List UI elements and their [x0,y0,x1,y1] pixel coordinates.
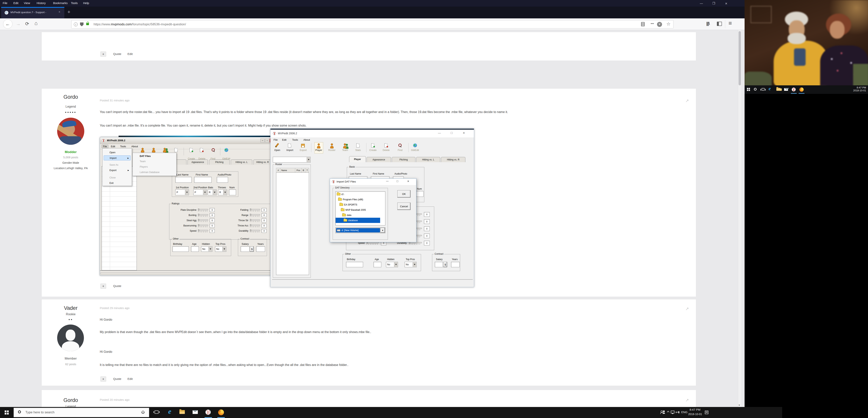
scrollbar-thumb[interactable] [739,31,741,85]
appA-player-icon[interactable] [141,148,145,152]
quote-link[interactable]: Quote [113,377,121,381]
appB-menu-edit[interactable]: Edit [282,138,286,141]
dat-directory-tree[interactable]: d:\ Program Files (x86) EA SPORTS MVP Ba… [335,191,385,225]
appA-hidden-combo[interactable]: No [201,246,212,252]
appB-tab-hitting-l[interactable]: Hitting vs. L [416,157,440,162]
slider[interactable] [198,214,208,217]
appB-open-icon[interactable] [275,143,279,148]
appB-salary-dollar-button[interactable]: $ [443,262,447,267]
appA-tab-hitting-r[interactable]: Hitting vs. R [253,160,272,165]
appA-minimize-button[interactable]: – [260,139,265,142]
drive-combo-dropdown-icon[interactable]: ▼ [380,228,385,233]
slider[interactable] [198,209,208,211]
appA-menu-open[interactable]: Open [104,150,131,155]
appB-create-icon[interactable] [371,143,374,147]
appB-export-label[interactable]: Export [300,149,307,151]
tray-show-hidden-icon[interactable] [667,411,669,413]
bookmark-star-icon[interactable]: ☆ [666,21,671,27]
appA-salary-dollar-button[interactable]: $ [250,246,254,252]
appA-team-icon[interactable] [163,148,166,152]
appB-stats-label[interactable]: Stats [355,149,361,151]
dialog-close-button[interactable]: × [405,179,412,184]
appA-maximize-button[interactable]: ▫ [265,139,269,142]
appA-num-field[interactable] [229,189,236,195]
appA-menu-edit[interactable]: Edit [111,145,115,148]
tray-network-icon[interactable] [671,411,675,413]
window-restore-button[interactable]: ❐ [710,1,718,6]
appA-tab-appearance[interactable]: Appearance [188,160,208,165]
appB-stats-icon[interactable] [356,143,360,147]
drive-combo[interactable]: d: [New Volume] ▼ [335,228,385,233]
microphone-icon[interactable] [141,411,144,415]
appA-menu-about[interactable]: About [131,145,138,148]
start-button[interactable] [0,407,13,418]
appA-bats-combo[interactable]: R [208,189,217,195]
mon2-file-explorer-icon[interactable] [776,88,780,91]
appA-audio-field[interactable] [217,177,228,183]
mon2-mvpedit-icon[interactable] [792,88,796,92]
pocket-icon[interactable]: v [657,22,662,27]
appA-birthday-field[interactable] [173,246,189,252]
appA-toppros-combo[interactable]: No [215,246,226,252]
appA-submenu-players[interactable]: Players [134,164,175,169]
appB-minimize-button[interactable]: — [435,131,444,136]
appB-player-label[interactable]: Player [315,149,322,151]
mon2-cortana-icon[interactable] [754,88,756,91]
appB-hidden-combo[interactable]: No [386,262,398,267]
taskbar-search-box[interactable]: Type here to search [13,408,149,417]
menu-edit[interactable]: Edit [13,1,19,5]
appB-export-icon[interactable] [301,144,305,147]
edit-link[interactable]: Edit [127,377,133,381]
appB-tab-player[interactable]: Player [349,156,366,162]
mon2-task-view-button[interactable] [762,88,765,91]
appA-menu-import[interactable]: Import▶ [104,155,131,161]
window-close-button[interactable]: × [722,1,731,6]
appA-create-icon[interactable] [189,148,193,152]
appA-age-field[interactable] [191,246,199,252]
avatar[interactable] [57,118,84,145]
slider[interactable] [198,219,208,222]
tab-close-icon[interactable]: × [59,10,60,14]
appB-find-label[interactable]: Find [398,149,402,151]
taskbar-mail-icon[interactable] [193,410,198,414]
appB-player-icon[interactable] [317,143,321,148]
appA-menu-saveas[interactable]: Save As [104,162,131,167]
window-minimize-button[interactable]: — [697,1,706,6]
menu-history[interactable]: History [37,1,46,5]
mon2-mail-icon[interactable] [784,88,788,91]
appB-tab-pitching[interactable]: Pitching [392,157,415,162]
sidebar-icon[interactable] [717,22,722,26]
appA-stats-icon[interactable] [175,148,178,152]
appA-lastname-field[interactable] [175,177,192,183]
appB-years-field[interactable] [451,262,460,267]
tree-item-program-files[interactable]: Program Files (x86) [336,197,385,202]
tree-item-mvp-baseball[interactable]: MVP Baseball 2005 [336,207,385,212]
taskbar-firefox-icon[interactable] [218,410,224,415]
new-tab-button[interactable]: + [67,9,70,15]
appB-toppros-combo[interactable]: No [405,262,416,267]
appB-menu-about[interactable]: About [303,138,310,141]
post-author-name[interactable]: Vader [42,305,100,311]
dialog-cancel-button[interactable]: Cancel [397,203,410,210]
forward-button[interactable]: → [16,21,21,27]
slider[interactable] [198,224,208,227]
appB-roster-body[interactable] [276,172,309,275]
task-view-button[interactable] [155,411,158,414]
scrollbar-track[interactable]: ▾ [738,30,741,407]
appB-find-icon[interactable] [398,143,402,148]
appB-birthday-field[interactable] [346,262,363,267]
slider[interactable] [198,230,208,233]
dialog-maximize-button[interactable]: □ [394,180,401,184]
appA-find-icon[interactable] [211,148,215,152]
slider[interactable] [250,224,260,227]
taskbar-edge-icon[interactable]: e [166,408,176,417]
appB-tab-hitting-r[interactable]: Hitting vs. R [441,157,465,162]
appA-delete-icon[interactable] [200,148,203,152]
appB-close-button[interactable]: × [460,131,468,136]
appA-menu-file[interactable]: File [101,145,108,148]
appB-import-icon[interactable] [288,143,291,147]
dialog-minimize-button[interactable]: — [384,180,391,184]
scrollbar-down-arrow[interactable]: ▾ [739,404,740,407]
appB-menu-tools[interactable]: Tools [292,138,298,141]
appA-roster-icon[interactable] [152,148,156,152]
